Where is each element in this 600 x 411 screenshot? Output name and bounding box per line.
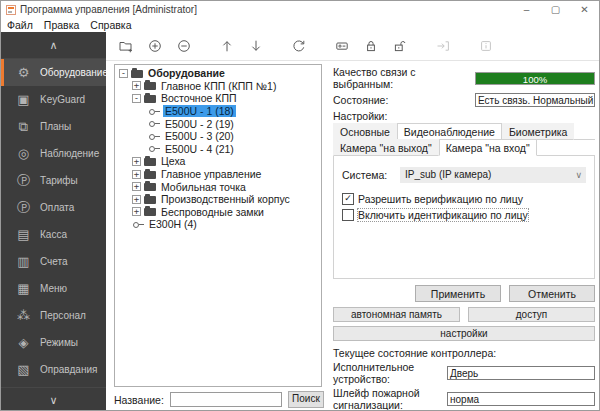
collapse-icon[interactable]: - [132,94,141,103]
expand-icon[interactable]: + [132,81,141,90]
maximize-button[interactable]: ▢ [541,1,570,18]
move-up-icon[interactable] [219,38,235,54]
surveillance-icon: ◎ [15,146,32,161]
sidebar-item-personnel[interactable]: ⁂ Персонал [1,302,106,329]
tab-camera-exit[interactable]: Камера "на выход" [333,139,439,156]
move-down-icon[interactable] [248,38,264,54]
add-folder-icon[interactable] [118,38,134,54]
tree-node-label[interactable]: Производственный корпус [159,193,292,205]
tree-node[interactable]: + Цеха [117,155,321,168]
sidebar-item-menu[interactable]: ▦ Меню [1,275,106,302]
sidebar-item-label: Касса [40,229,67,240]
system-select[interactable]: IP_sub (IP камера) ∨ [400,167,586,183]
sidebar-item-cash-desk[interactable]: ▤ Касса [1,221,106,248]
sidebar-item-label: Счета [40,256,68,267]
remove-device-icon[interactable] [176,38,192,54]
sidebar-item-plans[interactable]: ⧉ Планы [1,113,106,140]
controller-icon [148,132,161,141]
tree-node[interactable]: + Производственный корпус [117,193,321,206]
settings-tabs: Основные Видеонаблюдение Биометрика [333,124,595,140]
minimize-button[interactable]: – [512,1,541,18]
device-tree: - Оборудование + Главное КПП (КПП №1) - … [114,64,322,387]
expand-icon[interactable]: + [132,182,141,191]
tab-video[interactable]: Видеонаблюдение [397,123,502,140]
tree-node[interactable]: E500U - 3 (20) [117,130,321,143]
tree-node-label[interactable]: Главное управление [159,168,263,180]
expand-icon[interactable]: + [132,195,141,204]
settings-button[interactable]: настройки [333,326,595,341]
tree-node-label[interactable]: Мобильная точка [159,181,248,193]
checkbox-checked-icon[interactable]: ✓ [342,193,354,205]
tree-node-label[interactable]: E500U - 2 (19) [163,118,236,130]
tree-node[interactable]: + Мобильная точка [117,180,321,193]
sidebar-item-payment[interactable]: Ⓟ Оплата [1,194,106,221]
folder-icon [144,171,156,179]
sidebar-item-label: Тарифы [40,175,78,186]
fire-loop-value: норма [447,392,595,406]
tree-node[interactable]: E500U - 4 (21) [117,143,321,156]
tree-node[interactable]: - Восточное КПП [117,92,321,105]
search-input[interactable] [170,392,282,407]
sidebar-item-equipment[interactable]: ⚙ Оборудование [1,59,106,86]
sidebar-item-accounts[interactable]: ▥ Счета [1,248,106,275]
refresh-icon[interactable] [291,38,307,54]
verification-checkbox-label[interactable]: Разрешить верификацию по лицу [358,193,523,205]
tree-node-label[interactable]: E500U - 3 (20) [163,130,236,142]
apply-button[interactable]: Применить [415,285,501,302]
menu-file[interactable]: Файл [7,19,33,31]
modes-icon: ◈ [15,335,32,350]
chevron-down-icon: ∨ [49,394,57,407]
sidebar-item-excuses[interactable]: ▧ Оправдания [1,356,106,383]
tree-node-root[interactable]: - Оборудование [117,67,321,80]
actuator-value: Дверь [447,366,595,380]
sidebar-item-label: Наблюдение [40,148,99,159]
expand-icon[interactable]: + [132,157,141,166]
tree-node[interactable]: + Беспроводные замки [117,206,321,219]
sidebar-scroll-down[interactable]: ∨ [1,387,106,411]
tree-node-label[interactable]: E300H (4) [147,218,199,230]
tree-node[interactable]: + Главное КПП (КПП №1) [117,80,321,93]
access-button[interactable]: доступ [468,307,595,322]
sidebar-item-keyguard[interactable]: ▣ KeyGuard [1,86,106,113]
sidebar-item-tariffs[interactable]: Ⓟ Тарифы [1,167,106,194]
tab-biometrics[interactable]: Биометрика [502,123,574,140]
tree-node-label[interactable]: Цеха [159,155,187,167]
state-value: Есть связь. Нормальный режим. [475,93,595,107]
tree-node[interactable]: + Главное управление [117,168,321,181]
tree-node-label[interactable]: Беспроводные замки [159,206,266,218]
lock-closed-icon[interactable] [363,38,379,54]
camera-entry-panel: Система: IP_sub (IP камера) ∨ ✓ Разрешит… [333,155,595,279]
camera-tabs: Камера "на выход" Камера "на вход" [333,140,595,156]
tree-node[interactable]: E500U - 2 (19) [117,117,321,130]
verification-checkbox-row[interactable]: ✓ Разрешить верификацию по лицу [342,193,586,205]
close-button[interactable]: ✕ [570,1,599,18]
reader-icon[interactable] [334,38,350,54]
tree-node-label[interactable]: E500U - 1 (18) [163,105,236,117]
tree-node[interactable]: E300H (4) [117,218,321,231]
expand-icon[interactable]: + [132,207,141,216]
sidebar-item-surveillance[interactable]: ◎ Наблюдение [1,140,106,167]
identification-checkbox-label[interactable]: Включить идентификацию по лицу [358,209,528,221]
search-button[interactable]: Поиск [288,391,324,408]
tree-node-label[interactable]: Восточное КПП [159,92,238,104]
cancel-button[interactable]: Отменить [509,285,595,302]
collapse-icon[interactable]: - [119,69,128,78]
controller-panel: Качество связи с выбранным: 100% Состоян… [333,66,595,411]
expand-icon[interactable]: + [132,170,141,179]
tree-node-label[interactable]: Оборудование [146,67,227,79]
autonomous-memory-button[interactable]: автономная память [333,307,460,322]
identification-checkbox-row[interactable]: Включить идентификацию по лицу [342,209,586,221]
menu-help[interactable]: Справка [90,19,131,31]
lock-open-icon[interactable] [392,38,408,54]
sidebar-item-modes[interactable]: ◈ Режимы [1,329,106,356]
tree-node-label[interactable]: Главное КПП (КПП №1) [159,80,278,92]
add-device-icon[interactable] [147,38,163,54]
app-window: Программа управления [Administrator] – ▢… [0,0,600,411]
checkbox-unchecked-icon[interactable] [342,209,354,221]
menu-edit[interactable]: Правка [44,19,79,31]
tab-general[interactable]: Основные [333,123,397,140]
tree-node-label[interactable]: E500U - 4 (21) [163,143,236,155]
tree-node-selected[interactable]: E500U - 1 (18) [117,105,321,118]
tab-camera-entry[interactable]: Камера "на вход" [439,139,537,156]
sidebar-scroll-up[interactable]: ∧ [1,32,106,59]
